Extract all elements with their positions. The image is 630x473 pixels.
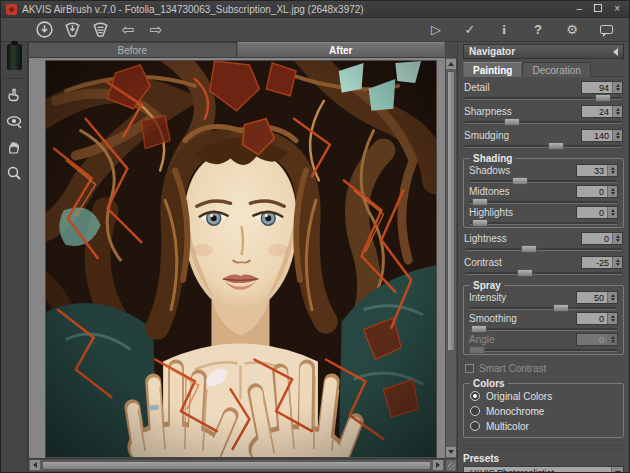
slider-thumb[interactable] (512, 177, 528, 185)
lightness-slider[interactable] (465, 248, 622, 251)
param-angle: Angle 0 (469, 333, 618, 352)
contrast-slider[interactable] (465, 272, 622, 275)
horizontal-scroll-thumb[interactable] (42, 461, 431, 470)
smoothing-slider[interactable] (470, 328, 617, 331)
scroll-left-button[interactable] (30, 460, 40, 470)
slider-thumb[interactable] (472, 198, 488, 206)
spinner-arrows[interactable] (607, 186, 617, 197)
after-image[interactable] (45, 60, 437, 458)
midtones-slider[interactable] (470, 201, 617, 204)
scroll-down-button[interactable] (446, 447, 456, 457)
slider-thumb[interactable] (504, 118, 520, 126)
slider-thumb[interactable] (548, 142, 564, 150)
smudging-spinbox[interactable]: 140 (581, 129, 623, 142)
spinner-arrows[interactable] (607, 313, 617, 324)
radio-multicolor[interactable] (470, 421, 480, 431)
monochrome-option[interactable]: Monochrome (470, 404, 617, 418)
collapse-icon[interactable] (613, 48, 618, 56)
sharpness-slider[interactable] (465, 121, 622, 124)
contrast-value[interactable]: -25 (582, 257, 612, 268)
about-icon[interactable]: i (493, 20, 515, 40)
slider-thumb[interactable] (472, 219, 488, 227)
close-button[interactable]: × (614, 4, 620, 14)
slider-thumb[interactable] (471, 325, 487, 333)
highlights-slider[interactable] (470, 222, 617, 225)
feedback-icon[interactable] (595, 20, 617, 40)
scroll-right-button[interactable] (433, 460, 443, 470)
intensity-value[interactable]: 50 (577, 292, 607, 303)
spinner-arrows[interactable] (612, 257, 622, 268)
intensity-slider[interactable] (470, 307, 617, 310)
highlights-spinbox[interactable]: 0 (576, 206, 618, 219)
scroll-up-button[interactable] (446, 59, 456, 69)
navigator-header[interactable]: Navigator (463, 44, 624, 59)
smudging-slider[interactable] (465, 145, 622, 148)
detail-slider[interactable] (465, 97, 622, 100)
redo-icon[interactable]: ⇨ (145, 20, 167, 40)
angle-slider (470, 349, 617, 352)
midtones-value[interactable]: 0 (577, 186, 607, 197)
zoom-icon[interactable] (2, 161, 26, 185)
shadows-value[interactable]: 33 (577, 165, 607, 176)
app-window: AKVIS AirBrush v.7.0 - Fotolia_134730063… (0, 0, 630, 473)
run-icon[interactable]: ▷ (425, 20, 447, 40)
print-icon[interactable] (89, 20, 111, 40)
preferences-icon[interactable]: ⚙ (561, 20, 583, 40)
smoothing-value[interactable]: 0 (577, 313, 607, 324)
spinner-arrows[interactable] (612, 106, 622, 117)
lightness-value[interactable]: 0 (582, 233, 612, 244)
open-image-icon[interactable] (33, 20, 55, 40)
smudging-value[interactable]: 140 (582, 130, 612, 141)
spinner-arrows[interactable] (612, 130, 622, 141)
tab-decoration[interactable]: Decoration (522, 62, 590, 77)
undo-icon[interactable]: ⇦ (117, 20, 139, 40)
slider-thumb[interactable] (553, 304, 569, 312)
detail-spinbox[interactable]: 94 (581, 81, 623, 94)
multicolor-option[interactable]: Multicolor (470, 419, 617, 433)
sharpness-spinbox[interactable]: 24 (581, 105, 623, 118)
help-icon[interactable]: ? (527, 20, 549, 40)
intensity-spinbox[interactable]: 50 (576, 291, 618, 304)
shadows-spinbox[interactable]: 33 (576, 164, 618, 177)
slider-thumb[interactable] (517, 269, 533, 277)
dropdown-arrow-icon[interactable] (611, 467, 623, 472)
hand-icon[interactable] (2, 135, 26, 159)
spinner-arrows[interactable] (607, 207, 617, 218)
apply-icon[interactable]: ✓ (459, 20, 481, 40)
detail-value[interactable]: 94 (582, 82, 612, 93)
horizontal-scrollbar[interactable] (28, 459, 445, 472)
spinner-arrows[interactable] (612, 233, 622, 244)
midtones-spinbox[interactable]: 0 (576, 185, 618, 198)
tab-before[interactable]: Before (28, 42, 237, 57)
contrast-spinbox[interactable]: -25 (581, 256, 623, 269)
slider-thumb[interactable] (521, 245, 537, 253)
radio-label: Multicolor (486, 421, 529, 432)
highlights-value[interactable]: 0 (577, 207, 607, 218)
maximize-button[interactable] (594, 4, 602, 12)
presets-label: Presets (463, 453, 624, 465)
tab-after[interactable]: After (237, 42, 446, 57)
preview-brush-icon[interactable] (2, 109, 26, 133)
radio-original-colors[interactable] (470, 391, 480, 401)
presets-section: Presets AKVIS Photorealistic* Save Delet… (463, 453, 624, 472)
save-image-icon[interactable] (61, 20, 83, 40)
shadows-slider[interactable] (470, 180, 617, 183)
tab-painting[interactable]: Painting (463, 62, 522, 77)
sharpness-value[interactable]: 24 (582, 106, 612, 117)
spinner-arrows[interactable] (612, 82, 622, 93)
slider-thumb[interactable] (595, 94, 611, 102)
vertical-scroll-thumb[interactable] (447, 71, 455, 351)
quick-preview-icon[interactable] (2, 83, 26, 107)
image-canvas[interactable] (28, 57, 445, 459)
original-colors-option[interactable]: Original Colors (470, 389, 617, 403)
shading-group-title: Shading (470, 153, 515, 164)
spinner-arrows[interactable] (607, 165, 617, 176)
lightness-spinbox[interactable]: 0 (581, 232, 623, 245)
resize-grip[interactable] (445, 459, 457, 472)
spinner-arrows[interactable] (607, 292, 617, 303)
vertical-scrollbar[interactable] (445, 57, 457, 459)
minimize-button[interactable]: – (577, 4, 583, 14)
presets-dropdown[interactable]: AKVIS Photorealistic* (463, 466, 624, 472)
smoothing-spinbox[interactable]: 0 (576, 312, 618, 325)
radio-monochrome[interactable] (470, 406, 480, 416)
